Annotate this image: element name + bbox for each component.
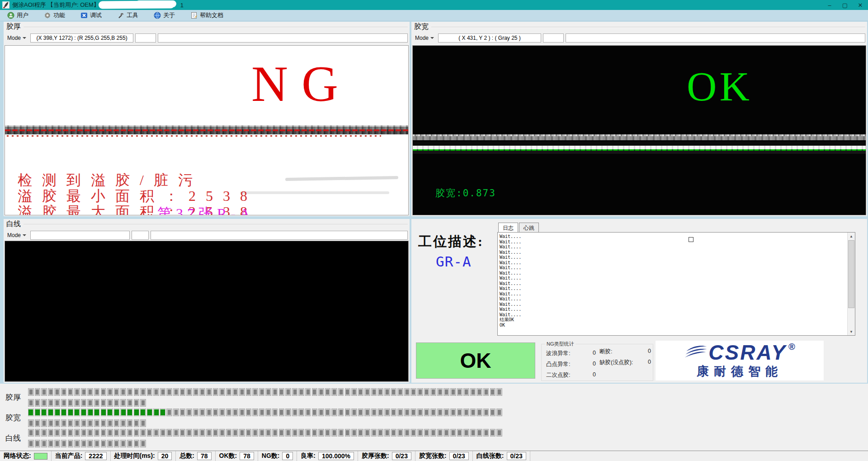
indicator-cell[interactable] (265, 429, 271, 437)
indicator-cell[interactable] (127, 409, 133, 416)
indicator-cell[interactable] (476, 409, 482, 416)
indicator-cell[interactable] (285, 429, 291, 437)
indicator-cell[interactable] (318, 409, 324, 416)
pixel-coordinate-readout[interactable]: ( X 431, Y 2 ) : ( Gray 25 ) (438, 33, 541, 43)
indicator-cell[interactable] (147, 388, 153, 396)
indicator-cell[interactable] (331, 409, 337, 416)
indicator-cell[interactable] (166, 388, 172, 396)
indicator-cell[interactable] (424, 388, 430, 396)
indicator-cell[interactable] (424, 409, 430, 416)
indicator-cell[interactable] (87, 419, 93, 427)
indicator-cell[interactable] (364, 409, 370, 416)
indicator-cell[interactable] (437, 409, 443, 416)
indicator-cell[interactable] (94, 399, 100, 407)
toolbar-box-long[interactable] (566, 33, 865, 43)
indicator-cell[interactable] (213, 409, 219, 416)
indicator-cell[interactable] (265, 409, 271, 416)
indicator-cell[interactable] (166, 429, 172, 437)
indicator-cell[interactable] (160, 388, 166, 396)
scroll-down-icon[interactable]: ▼ (848, 328, 855, 335)
indicator-cell[interactable] (74, 388, 80, 396)
indicator-cell[interactable] (41, 399, 47, 407)
indicator-cell[interactable] (87, 409, 93, 416)
indicator-cell[interactable] (305, 429, 311, 437)
indicator-cell[interactable] (397, 429, 403, 437)
indicator-cell[interactable] (292, 388, 298, 396)
indicator-cell[interactable] (470, 409, 476, 416)
indicator-cell[interactable] (437, 429, 443, 437)
indicator-cell[interactable] (417, 409, 423, 416)
indicator-cell[interactable] (120, 429, 126, 437)
indicator-cell[interactable] (147, 429, 153, 437)
indicator-cell[interactable] (101, 388, 107, 396)
indicator-cell[interactable] (219, 388, 225, 396)
inspection-image-whiteline[interactable] (5, 241, 409, 382)
indicator-cell[interactable] (391, 388, 397, 396)
indicator-cell[interactable] (160, 409, 166, 416)
indicator-cell[interactable] (101, 440, 107, 447)
indicator-cell[interactable] (68, 388, 74, 396)
indicator-cell[interactable] (252, 388, 258, 396)
indicator-cell[interactable] (443, 388, 449, 396)
toolbar-box-small[interactable] (135, 33, 156, 43)
menu-item-user[interactable]: 用户 (5, 10, 31, 20)
indicator-cell[interactable] (48, 409, 54, 416)
indicator-cell[interactable] (351, 409, 357, 416)
indicator-cell[interactable] (483, 388, 489, 396)
indicator-cell[interactable] (186, 429, 192, 437)
indicator-cell[interactable] (54, 440, 60, 447)
toolbar-box-small[interactable] (132, 231, 149, 240)
indicator-cell[interactable] (107, 388, 113, 396)
indicator-cell[interactable] (199, 409, 205, 416)
indicator-cell[interactable] (35, 399, 41, 407)
indicator-cell[interactable] (173, 429, 179, 437)
indicator-cell[interactable] (437, 388, 443, 396)
indicator-cell[interactable] (443, 429, 449, 437)
indicator-cell[interactable] (28, 419, 34, 427)
indicator-cell[interactable] (239, 409, 245, 416)
indicator-cell[interactable] (68, 399, 74, 407)
indicator-cell[interactable] (54, 388, 60, 396)
indicator-cell[interactable] (140, 388, 146, 396)
indicator-cell[interactable] (450, 409, 456, 416)
indicator-cell[interactable] (87, 440, 93, 447)
indicator-cell[interactable] (496, 388, 502, 396)
indicator-cell[interactable] (292, 429, 298, 437)
minimize-button[interactable]: – (822, 0, 837, 10)
mode-dropdown[interactable]: Mode (414, 34, 435, 42)
indicator-cell[interactable] (259, 429, 265, 437)
indicator-cell[interactable] (331, 388, 337, 396)
indicator-cell[interactable] (279, 429, 285, 437)
indicator-cell[interactable] (120, 419, 126, 427)
indicator-cell[interactable] (28, 440, 34, 447)
indicator-cell[interactable] (186, 409, 192, 416)
indicator-cell[interactable] (496, 429, 502, 437)
indicator-cell[interactable] (61, 409, 67, 416)
indicator-cell[interactable] (180, 409, 186, 416)
indicator-cell[interactable] (54, 419, 60, 427)
indicator-cell[interactable] (298, 388, 304, 396)
indicator-cell[interactable] (120, 440, 126, 447)
indicator-cell[interactable] (404, 409, 410, 416)
indicator-cell[interactable] (476, 388, 482, 396)
indicator-cell[interactable] (180, 388, 186, 396)
indicator-cell[interactable] (94, 440, 100, 447)
indicator-cell[interactable] (345, 409, 351, 416)
indicator-cell[interactable] (28, 399, 34, 407)
indicator-cell[interactable] (101, 429, 107, 437)
indicator-cell[interactable] (351, 388, 357, 396)
indicator-cell[interactable] (35, 429, 41, 437)
indicator-cell[interactable] (457, 409, 463, 416)
indicator-cell[interactable] (397, 388, 403, 396)
close-button[interactable]: ✕ (853, 0, 868, 10)
mode-dropdown[interactable]: Mode (6, 34, 28, 42)
indicator-cell[interactable] (305, 409, 311, 416)
menu-item-help-doc[interactable]: 帮助文档 (188, 10, 226, 20)
indicator-cell[interactable] (463, 429, 469, 437)
indicator-cell[interactable] (272, 429, 278, 437)
indicator-cell[interactable] (41, 429, 47, 437)
indicator-cell[interactable] (457, 429, 463, 437)
indicator-cell[interactable] (457, 388, 463, 396)
indicator-cell[interactable] (490, 388, 496, 396)
scrollbar-thumb[interactable] (848, 240, 854, 308)
